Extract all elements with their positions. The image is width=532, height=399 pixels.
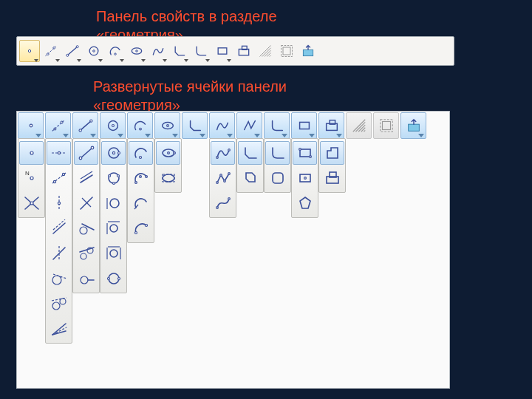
svg-point-9 xyxy=(115,53,117,55)
fillet-tool[interactable] xyxy=(191,40,211,62)
seg-par[interactable] xyxy=(74,166,98,190)
re-2pt[interactable] xyxy=(293,141,317,165)
seg-tan-ext[interactable] xyxy=(74,267,98,290)
svg-point-34 xyxy=(166,125,168,127)
arc-tan[interactable] xyxy=(129,191,153,215)
arc-2pt[interactable] xyxy=(129,216,153,240)
aux-parallel[interactable] xyxy=(47,216,71,240)
aux-two[interactable] xyxy=(47,166,71,190)
re-poly[interactable] xyxy=(293,191,317,215)
hd-collect[interactable] xyxy=(318,112,344,139)
col-fil xyxy=(264,138,291,193)
hd-rect[interactable] xyxy=(291,112,317,139)
svg-point-86 xyxy=(112,151,115,154)
collect-tool[interactable] xyxy=(233,40,254,62)
svg-point-104 xyxy=(139,157,141,159)
caption-expanded: Развернутые ячейки панели «геометрия» xyxy=(93,78,337,115)
aux-vert[interactable] xyxy=(47,191,71,215)
hd-segment[interactable] xyxy=(72,112,98,139)
svg-point-11 xyxy=(136,50,138,52)
arc-3pt[interactable] xyxy=(129,166,153,190)
svg-point-83 xyxy=(81,276,88,284)
aux-horiz[interactable] xyxy=(47,141,71,165)
svg-point-3 xyxy=(53,47,55,50)
hd-hatch[interactable] xyxy=(346,112,372,139)
hd-arc[interactable] xyxy=(127,112,153,139)
cir-tan3[interactable] xyxy=(101,242,126,265)
aux-perp[interactable] xyxy=(47,242,71,265)
svg-point-88 xyxy=(109,173,119,183)
equidist-tool[interactable] xyxy=(276,40,297,62)
svg-point-26 xyxy=(61,121,63,123)
chamfer-tool[interactable] xyxy=(169,40,190,62)
hd-equidist[interactable] xyxy=(373,112,399,139)
hd-break[interactable] xyxy=(236,112,262,139)
seg-tan1[interactable] xyxy=(74,216,98,240)
segment-tool[interactable] xyxy=(62,40,83,62)
fi-poly[interactable] xyxy=(265,166,290,190)
point-n[interactable]: N xyxy=(19,166,44,190)
svg-point-91 xyxy=(112,183,115,185)
hd-update[interactable] xyxy=(400,112,426,139)
col-arc xyxy=(127,138,154,243)
col-coll xyxy=(318,138,346,193)
svg-point-107 xyxy=(145,176,147,178)
spl-broken[interactable] xyxy=(211,166,235,190)
aux-bisect[interactable] xyxy=(47,317,71,341)
svg-point-109 xyxy=(134,232,137,234)
point-intersect[interactable] xyxy=(19,191,44,215)
svg-point-72 xyxy=(79,157,82,160)
co-assem[interactable] xyxy=(320,166,344,190)
co-contour[interactable] xyxy=(320,141,344,165)
aux-line-tool[interactable] xyxy=(41,40,61,62)
svg-point-29 xyxy=(89,120,92,122)
update-tool[interactable] xyxy=(298,40,318,62)
svg-point-113 xyxy=(173,152,175,154)
cir-2pt[interactable] xyxy=(101,267,126,290)
svg-point-25 xyxy=(53,128,55,130)
circle-tool[interactable] xyxy=(83,40,104,62)
arc-tool[interactable] xyxy=(105,40,126,62)
svg-line-75 xyxy=(81,171,92,179)
hd-point[interactable] xyxy=(18,112,44,139)
spline-tool[interactable] xyxy=(148,40,168,62)
re-ctr[interactable] xyxy=(293,166,317,190)
hd-fillet[interactable] xyxy=(264,112,290,139)
ellipse-tool[interactable] xyxy=(126,40,147,62)
hatch-tool[interactable] xyxy=(255,40,276,62)
ell-diag[interactable] xyxy=(156,166,180,190)
svg-point-94 xyxy=(110,225,117,232)
seg-perp[interactable] xyxy=(74,191,98,215)
cir-center[interactable] xyxy=(101,141,126,165)
aux-tangent[interactable] xyxy=(47,267,71,290)
ch-corner[interactable] xyxy=(238,141,262,165)
col-seg xyxy=(72,138,100,293)
point-free[interactable] xyxy=(19,141,44,165)
point-tool[interactable] xyxy=(19,40,40,62)
svg-point-32 xyxy=(139,128,141,130)
cir-3pt[interactable] xyxy=(101,166,126,190)
spl-nurbs[interactable] xyxy=(211,141,235,165)
svg-point-73 xyxy=(91,146,94,149)
aux-tan2[interactable] xyxy=(47,292,71,316)
seg-2pt[interactable] xyxy=(74,141,98,165)
fi-corner[interactable] xyxy=(265,141,290,165)
ch-poly[interactable] xyxy=(238,166,262,190)
seg-tan2[interactable] xyxy=(74,242,98,265)
hd-chamfer[interactable] xyxy=(182,112,208,139)
svg-point-103 xyxy=(117,278,120,280)
svg-point-58 xyxy=(58,202,60,204)
hd-aux-line[interactable] xyxy=(45,112,71,139)
svg-point-114 xyxy=(163,174,174,182)
svg-point-23 xyxy=(30,124,33,127)
hd-spline[interactable] xyxy=(209,112,235,139)
spl-bezier[interactable] xyxy=(211,191,235,215)
col-rect xyxy=(291,138,318,218)
hd-ellipse[interactable] xyxy=(154,112,180,139)
hd-circle[interactable] xyxy=(100,112,126,139)
cir-tan2[interactable] xyxy=(101,216,126,240)
arc-ctr[interactable] xyxy=(129,141,153,165)
cir-tan1[interactable] xyxy=(101,191,126,215)
rect-tool[interactable] xyxy=(212,40,233,62)
ell-axis[interactable] xyxy=(156,141,180,165)
